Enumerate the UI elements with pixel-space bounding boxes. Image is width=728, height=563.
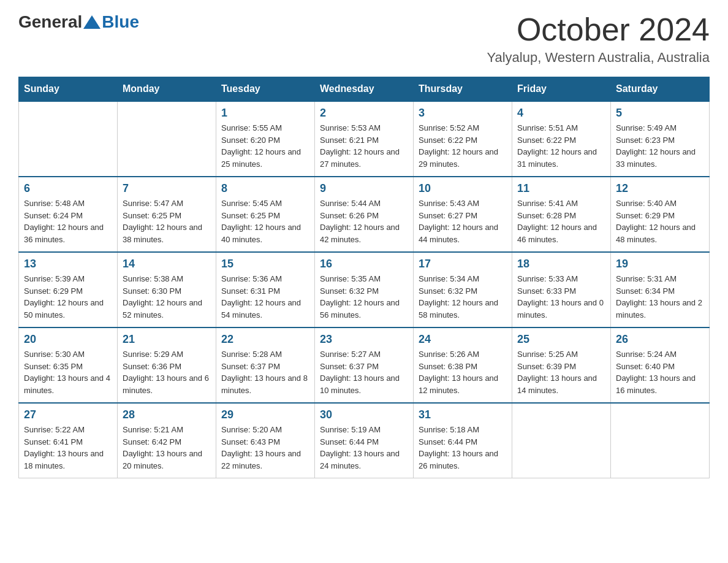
calendar-cell: 27Sunrise: 5:22 AMSunset: 6:41 PMDayligh… (19, 403, 118, 478)
day-info: Sunrise: 5:28 AMSunset: 6:37 PMDaylight:… (221, 348, 309, 396)
calendar-cell: 8Sunrise: 5:45 AMSunset: 6:25 PMDaylight… (216, 177, 315, 252)
day-number: 1 (221, 107, 309, 120)
logo-area: General Blue (18, 12, 139, 32)
day-info: Sunrise: 5:39 AMSunset: 6:29 PMDaylight:… (24, 273, 112, 321)
calendar-cell: 23Sunrise: 5:27 AMSunset: 6:37 PMDayligh… (315, 327, 414, 403)
day-info: Sunrise: 5:41 AMSunset: 6:28 PMDaylight:… (517, 197, 605, 245)
day-info: Sunrise: 5:25 AMSunset: 6:39 PMDaylight:… (517, 348, 605, 396)
day-number: 8 (221, 182, 309, 195)
day-info: Sunrise: 5:19 AMSunset: 6:44 PMDaylight:… (320, 424, 408, 472)
subtitle: Yalyalup, Western Australia, Australia (487, 50, 710, 66)
day-info: Sunrise: 5:53 AMSunset: 6:21 PMDaylight:… (320, 122, 408, 170)
day-number: 23 (320, 333, 408, 346)
calendar-cell (118, 101, 216, 177)
calendar-cell: 1Sunrise: 5:55 AMSunset: 6:20 PMDaylight… (216, 101, 315, 177)
calendar-cell: 24Sunrise: 5:26 AMSunset: 6:38 PMDayligh… (414, 327, 512, 403)
calendar-cell: 7Sunrise: 5:47 AMSunset: 6:25 PMDaylight… (118, 177, 216, 252)
day-info: Sunrise: 5:26 AMSunset: 6:38 PMDaylight:… (419, 348, 507, 396)
calendar-cell: 12Sunrise: 5:40 AMSunset: 6:29 PMDayligh… (611, 177, 710, 252)
header-cell-tuesday: Tuesday (216, 77, 315, 102)
calendar-cell (611, 403, 710, 478)
logo-general-text: General (18, 12, 82, 32)
header-cell-wednesday: Wednesday (315, 77, 414, 102)
main-title: October 2024 (487, 12, 710, 47)
day-number: 20 (24, 333, 112, 346)
calendar-cell: 5Sunrise: 5:49 AMSunset: 6:23 PMDaylight… (611, 101, 710, 177)
calendar-cell: 21Sunrise: 5:29 AMSunset: 6:36 PMDayligh… (118, 327, 216, 403)
calendar-cell: 2Sunrise: 5:53 AMSunset: 6:21 PMDaylight… (315, 101, 414, 177)
calendar-cell: 31Sunrise: 5:18 AMSunset: 6:44 PMDayligh… (414, 403, 512, 478)
calendar-week-2: 6Sunrise: 5:48 AMSunset: 6:24 PMDaylight… (19, 177, 710, 252)
day-number: 5 (616, 107, 704, 120)
calendar-cell: 25Sunrise: 5:25 AMSunset: 6:39 PMDayligh… (512, 327, 611, 403)
day-info: Sunrise: 5:52 AMSunset: 6:22 PMDaylight:… (419, 122, 507, 170)
day-number: 18 (517, 258, 605, 270)
header-row: SundayMondayTuesdayWednesdayThursdayFrid… (19, 77, 710, 102)
calendar-week-4: 20Sunrise: 5:30 AMSunset: 6:35 PMDayligh… (19, 327, 710, 403)
day-number: 31 (419, 408, 507, 421)
day-info: Sunrise: 5:48 AMSunset: 6:24 PMDaylight:… (24, 197, 112, 245)
day-info: Sunrise: 5:20 AMSunset: 6:43 PMDaylight:… (221, 424, 309, 472)
calendar-cell: 13Sunrise: 5:39 AMSunset: 6:29 PMDayligh… (19, 252, 118, 327)
calendar-cell: 30Sunrise: 5:19 AMSunset: 6:44 PMDayligh… (315, 403, 414, 478)
day-number: 22 (221, 333, 309, 346)
day-number: 14 (123, 258, 211, 270)
calendar-week-5: 27Sunrise: 5:22 AMSunset: 6:41 PMDayligh… (19, 403, 710, 478)
calendar-cell: 9Sunrise: 5:44 AMSunset: 6:26 PMDaylight… (315, 177, 414, 252)
day-number: 27 (24, 408, 112, 421)
day-number: 6 (24, 182, 112, 195)
day-number: 26 (616, 333, 704, 346)
day-number: 25 (517, 333, 605, 346)
day-info: Sunrise: 5:45 AMSunset: 6:25 PMDaylight:… (221, 197, 309, 245)
calendar-week-1: 1Sunrise: 5:55 AMSunset: 6:20 PMDaylight… (19, 101, 710, 177)
logo-triangle-icon (83, 15, 100, 29)
day-info: Sunrise: 5:27 AMSunset: 6:37 PMDaylight:… (320, 348, 408, 396)
day-info: Sunrise: 5:31 AMSunset: 6:34 PMDaylight:… (616, 273, 704, 321)
title-area: October 2024 Yalyalup, Western Australia… (487, 12, 710, 66)
calendar-cell: 17Sunrise: 5:34 AMSunset: 6:32 PMDayligh… (414, 252, 512, 327)
calendar-cell: 19Sunrise: 5:31 AMSunset: 6:34 PMDayligh… (611, 252, 710, 327)
day-number: 24 (419, 333, 507, 346)
day-number: 12 (616, 182, 704, 195)
calendar-cell (512, 403, 611, 478)
header-cell-monday: Monday (118, 77, 216, 102)
day-info: Sunrise: 5:35 AMSunset: 6:32 PMDaylight:… (320, 273, 408, 321)
day-info: Sunrise: 5:22 AMSunset: 6:41 PMDaylight:… (24, 424, 112, 472)
calendar-cell: 14Sunrise: 5:38 AMSunset: 6:30 PMDayligh… (118, 252, 216, 327)
header-cell-friday: Friday (512, 77, 611, 102)
day-number: 2 (320, 107, 408, 120)
logo-blue-text: Blue (102, 12, 139, 32)
calendar-cell: 29Sunrise: 5:20 AMSunset: 6:43 PMDayligh… (216, 403, 315, 478)
day-info: Sunrise: 5:40 AMSunset: 6:29 PMDaylight:… (616, 197, 704, 245)
day-number: 10 (419, 182, 507, 195)
day-number: 7 (123, 182, 211, 195)
day-info: Sunrise: 5:34 AMSunset: 6:32 PMDaylight:… (419, 273, 507, 321)
day-number: 9 (320, 182, 408, 195)
day-info: Sunrise: 5:38 AMSunset: 6:30 PMDaylight:… (123, 273, 211, 321)
calendar-cell: 16Sunrise: 5:35 AMSunset: 6:32 PMDayligh… (315, 252, 414, 327)
day-info: Sunrise: 5:44 AMSunset: 6:26 PMDaylight:… (320, 197, 408, 245)
day-number: 3 (419, 107, 507, 120)
calendar-cell: 6Sunrise: 5:48 AMSunset: 6:24 PMDaylight… (19, 177, 118, 252)
day-info: Sunrise: 5:49 AMSunset: 6:23 PMDaylight:… (616, 122, 704, 170)
day-info: Sunrise: 5:21 AMSunset: 6:42 PMDaylight:… (123, 424, 211, 472)
day-info: Sunrise: 5:33 AMSunset: 6:33 PMDaylight:… (517, 273, 605, 321)
day-number: 17 (419, 258, 507, 270)
header: General Blue October 2024 Yalyalup, West… (18, 12, 710, 66)
day-number: 19 (616, 258, 704, 270)
day-info: Sunrise: 5:36 AMSunset: 6:31 PMDaylight:… (221, 273, 309, 321)
calendar-cell: 3Sunrise: 5:52 AMSunset: 6:22 PMDaylight… (414, 101, 512, 177)
day-info: Sunrise: 5:24 AMSunset: 6:40 PMDaylight:… (616, 348, 704, 396)
day-info: Sunrise: 5:47 AMSunset: 6:25 PMDaylight:… (123, 197, 211, 245)
day-info: Sunrise: 5:51 AMSunset: 6:22 PMDaylight:… (517, 122, 605, 170)
day-number: 21 (123, 333, 211, 346)
day-info: Sunrise: 5:55 AMSunset: 6:20 PMDaylight:… (221, 122, 309, 170)
day-number: 30 (320, 408, 408, 421)
calendar-cell: 15Sunrise: 5:36 AMSunset: 6:31 PMDayligh… (216, 252, 315, 327)
calendar-week-3: 13Sunrise: 5:39 AMSunset: 6:29 PMDayligh… (19, 252, 710, 327)
day-info: Sunrise: 5:43 AMSunset: 6:27 PMDaylight:… (419, 197, 507, 245)
calendar-cell: 10Sunrise: 5:43 AMSunset: 6:27 PMDayligh… (414, 177, 512, 252)
day-number: 16 (320, 258, 408, 270)
calendar-cell: 26Sunrise: 5:24 AMSunset: 6:40 PMDayligh… (611, 327, 710, 403)
day-number: 4 (517, 107, 605, 120)
